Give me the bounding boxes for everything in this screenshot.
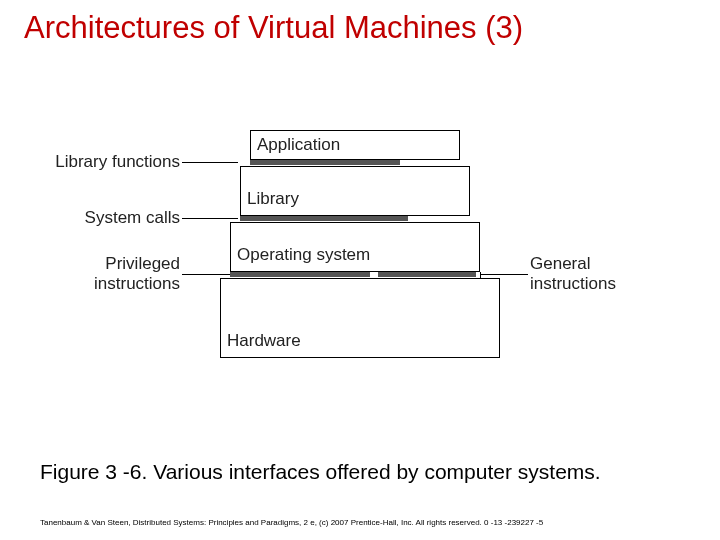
slide-title: Architectures of Virtual Machines (3) [24, 10, 523, 46]
box-library: Library [240, 166, 470, 216]
box-application: Application [250, 130, 460, 160]
text-library: Library [247, 189, 299, 209]
copyright-text: Tanenbaum & Van Steen, Distributed Syste… [40, 518, 543, 527]
text-operating-system: Operating system [237, 245, 370, 265]
label-general-instructions: General instructions [530, 254, 670, 294]
interface-bar-system-calls [240, 216, 408, 221]
connector-general [480, 274, 528, 275]
box-operating-system: Operating system [230, 222, 480, 272]
connector-library-functions [182, 162, 238, 163]
figure-caption: Figure 3 -6. Various interfaces offered … [40, 460, 601, 484]
label-library-functions: Library functions [20, 152, 180, 172]
text-hardware: Hardware [227, 331, 301, 351]
slide: Architectures of Virtual Machines (3) Li… [0, 0, 720, 540]
interface-bar-general [378, 272, 476, 277]
interface-bar-privileged [230, 272, 370, 277]
text-application: Application [257, 135, 340, 155]
tick-general [480, 272, 481, 278]
interface-bar-library-functions [250, 160, 400, 165]
connector-system-calls [182, 218, 238, 219]
label-system-calls: System calls [20, 208, 180, 228]
architecture-diagram: Library functions System calls Privilege… [60, 130, 660, 390]
label-privileged-instructions: Privileged instructions [20, 254, 180, 294]
box-hardware: Hardware [220, 278, 500, 358]
